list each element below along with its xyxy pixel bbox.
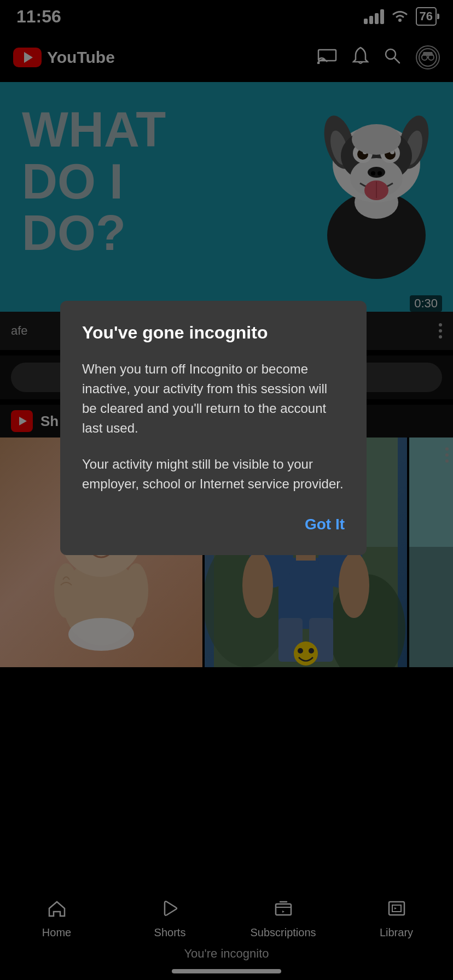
- incognito-dialog-overlay[interactable]: You've gone incognito When you turn off …: [0, 0, 453, 980]
- dialog-body-2: Your activity might still be visible to …: [82, 454, 345, 494]
- got-it-button[interactable]: Got It: [305, 510, 345, 539]
- dialog-title: You've gone incognito: [82, 323, 345, 343]
- incognito-dialog: You've gone incognito When you turn off …: [60, 301, 367, 555]
- dialog-actions: Got It: [82, 510, 345, 539]
- dialog-body-1: When you turn off Incognito or become in…: [82, 359, 345, 438]
